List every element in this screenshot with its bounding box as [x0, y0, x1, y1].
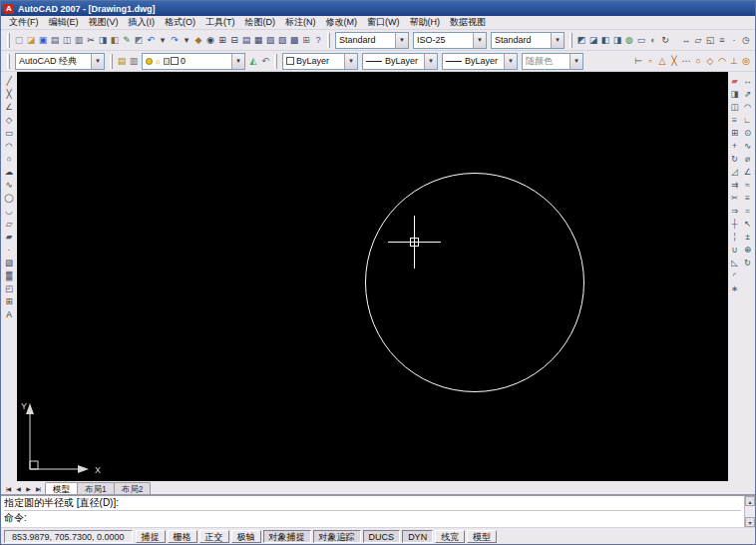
tool-palettes-icon[interactable]: ▧: [264, 32, 276, 48]
menu-modify[interactable]: 修改(M): [321, 15, 363, 30]
arc-icon[interactable]: ◠: [3, 139, 15, 152]
quick-leader-icon[interactable]: ↖: [742, 217, 754, 230]
toggle-lineweight[interactable]: 线宽: [435, 530, 465, 543]
snap-quadrant-icon[interactable]: ◇: [704, 53, 716, 69]
drawing-canvas[interactable]: Y X: [17, 72, 728, 481]
dim-aligned-icon[interactable]: ⇗: [742, 87, 754, 100]
match-properties-icon[interactable]: ✎: [121, 32, 133, 48]
tab-layout2[interactable]: 布局2: [114, 482, 152, 494]
make-block-icon[interactable]: ▰: [3, 230, 15, 243]
menu-window[interactable]: 窗口(W): [362, 15, 405, 30]
multiline-text-icon[interactable]: A: [3, 307, 15, 320]
publish-icon[interactable]: ▥: [73, 32, 85, 48]
command-input-line[interactable]: 命令:: [4, 510, 741, 523]
array-icon[interactable]: ⊞: [729, 126, 741, 139]
plot-style-combo[interactable]: 随颜色 ▾: [522, 53, 583, 70]
layer-previous-icon[interactable]: ↶: [259, 53, 271, 69]
dim-radius-icon[interactable]: ⊙: [742, 126, 754, 139]
menu-dataview[interactable]: 数据视图: [445, 15, 491, 30]
insert-block-icon[interactable]: ▱: [3, 217, 15, 230]
coordinate-display[interactable]: 853.9879, 705.7300, 0.0000: [4, 530, 133, 543]
bring-to-front-icon[interactable]: ◩: [575, 32, 587, 48]
distance-icon[interactable]: ↔: [680, 32, 692, 48]
toggle-otrack[interactable]: 对象追踪: [313, 530, 361, 543]
menu-file[interactable]: 文件(F): [4, 15, 44, 30]
chevron-down-icon[interactable]: ▾: [395, 33, 408, 48]
rectangle-icon[interactable]: ▭: [3, 126, 15, 139]
offset-icon[interactable]: ≡: [729, 113, 741, 126]
table-icon[interactable]: ⊞: [3, 294, 15, 307]
properties-icon[interactable]: ▤: [240, 32, 252, 48]
list-icon[interactable]: ≡: [716, 32, 728, 48]
snap-from-icon[interactable]: ⊢: [632, 53, 644, 69]
toolbar-grip[interactable]: [7, 54, 10, 69]
snap-extension-icon[interactable]: ⋯: [680, 53, 692, 69]
chevron-down-icon[interactable]: ▾: [504, 54, 517, 69]
dim-style-combo[interactable]: ISO-25 ▾: [413, 32, 487, 49]
toggle-ducs[interactable]: DUCS: [363, 530, 401, 543]
move-icon[interactable]: +: [729, 139, 741, 152]
snap-perpendicular-icon[interactable]: ⊥: [728, 53, 740, 69]
layer-lock-icon[interactable]: [164, 58, 170, 65]
tab-model[interactable]: 模型: [45, 482, 78, 494]
menu-draw[interactable]: 绘图(D): [240, 15, 281, 30]
tab-layout1[interactable]: 布局1: [77, 482, 115, 494]
block-editor-icon[interactable]: ◩: [133, 32, 145, 48]
undo-icon[interactable]: ↶: [145, 32, 157, 48]
zoom-previous-icon[interactable]: ⊟: [228, 32, 240, 48]
render-icon[interactable]: ◐: [647, 32, 659, 48]
locate-point-icon[interactable]: ·: [728, 32, 740, 48]
chevron-down-icon[interactable]: ▾: [551, 33, 564, 48]
erase-icon[interactable]: ▰: [729, 74, 741, 87]
paste-icon[interactable]: ◧: [109, 32, 121, 48]
make-objects-layer-current-icon[interactable]: ◭: [247, 53, 259, 69]
command-window[interactable]: 指定圆的半径或 [直径(D)]: 命令: ▴ ▾: [1, 494, 755, 527]
lineweight-combo[interactable]: ByLayer ▾: [442, 53, 518, 70]
fillet-icon[interactable]: ◜: [729, 269, 741, 281]
toggle-dyn[interactable]: DYN: [402, 530, 433, 543]
snap-node-icon[interactable]: ◎: [740, 53, 752, 69]
help-icon[interactable]: ?: [312, 32, 324, 48]
chamfer-icon[interactable]: ◺: [729, 256, 741, 269]
layer-on-icon[interactable]: [146, 58, 153, 65]
toggle-osnap[interactable]: 对象捕捉: [263, 530, 311, 543]
chevron-down-icon[interactable]: ▾: [473, 33, 486, 48]
next-tab-icon[interactable]: ▶: [23, 483, 33, 494]
mirror-icon[interactable]: ◫: [729, 100, 741, 113]
extend-icon[interactable]: ⇒: [729, 204, 741, 217]
ellipse-icon[interactable]: ◯: [3, 191, 15, 204]
zoom-realtime-icon[interactable]: ◉: [204, 32, 216, 48]
menu-format[interactable]: 格式(O): [160, 15, 200, 30]
spline-icon[interactable]: ∿: [3, 178, 15, 191]
markup-set-manager-icon[interactable]: ▩: [288, 32, 300, 48]
toolbar-grip[interactable]: [274, 54, 277, 69]
dim-ordinate-icon[interactable]: ∟: [742, 113, 754, 126]
scroll-down-icon[interactable]: ▾: [745, 517, 755, 527]
layer-freeze-icon[interactable]: ☼: [154, 57, 163, 66]
drawn-circle[interactable]: [365, 173, 584, 392]
named-views-icon[interactable]: ▭: [635, 32, 647, 48]
prev-tab-icon[interactable]: ◀: [13, 483, 23, 494]
redo-icon[interactable]: ↷: [169, 32, 181, 48]
chevron-down-icon[interactable]: ▾: [231, 54, 244, 69]
explode-icon[interactable]: ∗: [729, 281, 741, 294]
point-icon[interactable]: ·: [3, 243, 15, 256]
tolerance-icon[interactable]: ±: [742, 230, 754, 243]
toggle-grid[interactable]: 栅格: [168, 530, 197, 543]
menu-insert[interactable]: 插入(I): [124, 15, 161, 30]
chevron-down-icon[interactable]: ▾: [569, 54, 582, 69]
revision-cloud-icon[interactable]: ☁: [3, 165, 15, 178]
rotate-icon[interactable]: ↻: [729, 152, 741, 165]
send-under-icon[interactable]: ◨: [611, 32, 623, 48]
center-mark-icon[interactable]: ⊕: [742, 243, 754, 256]
table-style-combo[interactable]: Standard ▾: [491, 32, 565, 49]
quick-dimension-icon[interactable]: ≈: [742, 178, 754, 191]
snap-intersection-icon[interactable]: ╳: [668, 53, 680, 69]
scale-icon[interactable]: ◿: [729, 165, 741, 178]
time-icon[interactable]: ◷: [740, 32, 752, 48]
line-icon[interactable]: ╱: [3, 74, 15, 87]
zoom-window-icon[interactable]: ⊞: [216, 32, 228, 48]
designcenter-icon[interactable]: ▦: [252, 32, 264, 48]
menu-help[interactable]: 帮助(H): [405, 15, 446, 30]
dim-baseline-icon[interactable]: ≡: [742, 191, 754, 204]
